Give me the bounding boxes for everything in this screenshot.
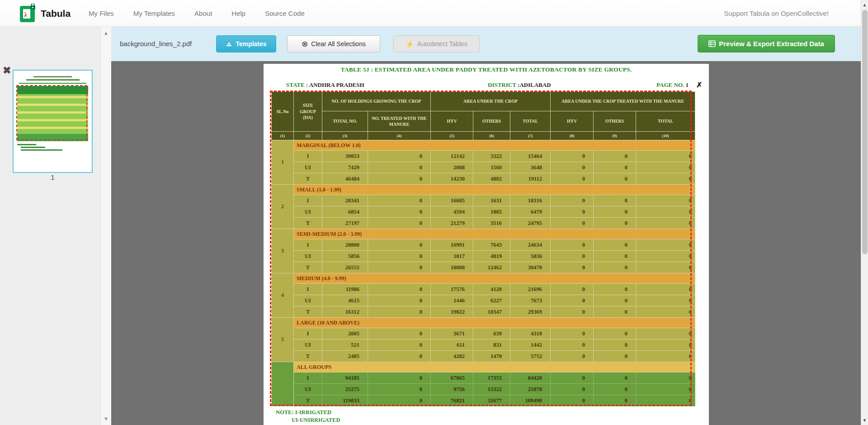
clear-button-label: Clear All Selections xyxy=(311,40,366,48)
note-line-2: UI-UNIRRIGATED xyxy=(292,416,340,424)
lightning-icon: ⚡ xyxy=(406,41,414,48)
template-icon xyxy=(226,41,232,47)
window-scroll-down-icon[interactable]: ▼ xyxy=(861,418,868,423)
sidebar: ✖ 1 xyxy=(0,27,100,425)
clear-all-selections-button[interactable]: ⊗ Clear All Selections xyxy=(287,35,380,53)
navbar: λ Tabula My FilesMy TemplatesAboutHelpSo… xyxy=(0,0,868,27)
state-label: STATE : xyxy=(286,81,308,88)
thumb-note-line xyxy=(21,149,62,151)
scroll-up-icon[interactable]: ▲ xyxy=(101,30,111,36)
tabula-logo-icon[interactable]: λ xyxy=(20,4,37,23)
document-filename: background_lines_2.pdf xyxy=(120,27,192,61)
district-label: DISTRICT xyxy=(488,81,516,88)
table-list-icon xyxy=(708,40,716,47)
templates-button-label: Templates xyxy=(236,40,266,48)
district-value: :ADILABAD xyxy=(518,81,551,88)
autodetect-tables-button[interactable]: ⚡ Autodetect Tables xyxy=(393,35,480,53)
pdf-table-title: TABLE 5J : ESTIMATED AREA UNDER PADDY TR… xyxy=(264,66,709,73)
page-no-text: PAGE NO. 1 xyxy=(656,81,689,89)
export-button-label: Preview & Export Extracted Data xyxy=(719,40,824,48)
templates-button[interactable]: Templates xyxy=(216,35,276,53)
nav-item-about[interactable]: About xyxy=(194,10,212,17)
autodetect-button-label: Autodetect Tables xyxy=(417,40,467,48)
thumb-title-line xyxy=(33,76,72,77)
pdf-notes: NOTE: I-IRRIGATED UI-UNIRRIGATED xyxy=(276,409,340,424)
thumb-selection-outline xyxy=(16,85,87,140)
window-scroll-up-icon[interactable]: ▲ xyxy=(861,2,868,7)
thumb-table xyxy=(17,86,88,141)
thumbnail-page-number: 1 xyxy=(13,173,93,181)
state-value: ANDHRA PRADESH xyxy=(309,81,364,88)
state-text: STATE : ANDHRA PRADESH xyxy=(286,81,364,89)
app-window: λ Tabula My FilesMy TemplatesAboutHelpSo… xyxy=(0,0,868,425)
nav-item-my-templates[interactable]: My Templates xyxy=(133,10,175,17)
thumb-subtitle-line xyxy=(26,79,80,81)
sidebar-scrollbar[interactable]: ▲ ▼ xyxy=(100,27,111,425)
window-scrollbar[interactable]: ▲ ▼ xyxy=(861,0,868,425)
pdf-page[interactable]: TABLE 5J : ESTIMATED AREA UNDER PADDY TR… xyxy=(264,64,709,425)
nav-item-source-code[interactable]: Source Code xyxy=(265,10,305,17)
nav-item-my-files[interactable]: My Files xyxy=(89,10,114,17)
window-scrollbar-thumb[interactable] xyxy=(862,10,868,254)
district-text: DISTRICT :ADILABAD xyxy=(488,81,551,89)
page-no-label: PAGE NO. xyxy=(656,81,684,88)
nav-menu: My FilesMy TemplatesAboutHelpSource Code xyxy=(89,0,305,27)
nav-item-help[interactable]: Help xyxy=(231,10,245,17)
remove-page-icon[interactable]: ✖ xyxy=(3,65,11,76)
page-no-value: 1 xyxy=(686,81,689,88)
selection-close-icon[interactable]: ✗ xyxy=(696,81,702,89)
thumb-meta-line xyxy=(19,83,86,84)
pdf-viewer-area: TABLE 5J : ESTIMATED AREA UNDER PADDY TR… xyxy=(111,61,861,425)
clear-circle-x-icon: ⊗ xyxy=(302,40,308,48)
brand-title[interactable]: Tabula xyxy=(41,0,71,27)
note-line-1: NOTE: I-IRRIGATED xyxy=(276,409,340,416)
scroll-down-icon[interactable]: ▼ xyxy=(101,416,111,421)
thumb-note-line xyxy=(21,147,45,148)
support-link[interactable]: Support Tabula on OpenCollective! xyxy=(724,0,829,27)
page-thumbnail[interactable] xyxy=(13,70,93,173)
svg-text:λ: λ xyxy=(24,11,28,18)
thumb-note-line xyxy=(17,144,36,145)
preview-export-button[interactable]: Preview & Export Extracted Data xyxy=(698,35,835,53)
selection-rectangle[interactable] xyxy=(270,91,692,406)
toolbar: background_lines_2.pdf Templates ⊗ Clear… xyxy=(111,27,861,61)
